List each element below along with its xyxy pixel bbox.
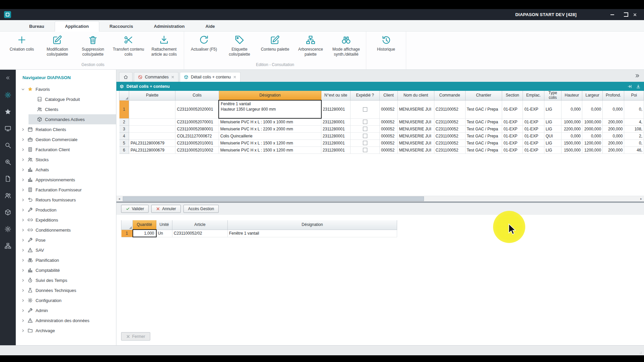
chevron-right-icon[interactable]	[21, 238, 25, 242]
cell-palette[interactable]	[129, 125, 175, 132]
document-strip-button[interactable]	[0, 170, 16, 187]
cell-nevt[interactable]: 2311280001	[321, 132, 351, 139]
cell-colis[interactable]: C231100052080001	[175, 125, 219, 132]
nav-item-achats[interactable]: Achats	[16, 165, 116, 175]
chevron-right-icon[interactable]	[21, 218, 25, 222]
cell-type_colis[interactable]: QUI	[544, 132, 561, 139]
cell-poids[interactable]: 108,	[624, 125, 644, 132]
column-header-num[interactable]	[121, 220, 133, 230]
column-header-type_colis[interactable]: Type colis	[544, 91, 561, 100]
ribbon-modification-colis-palette[interactable]: Modification colis/palette	[40, 34, 75, 57]
nav-item-donnees-techniques[interactable]: Données Techniques	[16, 285, 116, 295]
nav-item-facturation-client[interactable]: Facturation Client	[16, 144, 116, 155]
expedie-checkbox[interactable]	[363, 141, 367, 145]
nav-item-administration-des-donnees[interactable]: Administration des données	[16, 315, 116, 325]
expedie-checkbox[interactable]	[363, 120, 367, 124]
ribbon-arborescence-palette[interactable]: Arborescence palette	[293, 34, 328, 57]
star-strip-button[interactable]	[0, 103, 16, 120]
cell-chantier[interactable]: Test GAC / Prepa	[465, 146, 502, 154]
nav-item-commandes-actives[interactable]: Commandes Actives	[16, 114, 116, 124]
row-number-cell[interactable]: 1	[119, 100, 129, 118]
nav-item-configuration[interactable]: Configuration	[16, 295, 116, 305]
gear-strip-button[interactable]	[0, 221, 16, 237]
close-button[interactable]	[631, 11, 639, 18]
cell-chantier[interactable]: Test GAC / Prepa	[465, 100, 502, 118]
chevron-down-icon[interactable]	[21, 87, 25, 91]
column-header-designation[interactable]: Désignation	[219, 91, 321, 100]
cell-commande[interactable]: C231100052	[434, 146, 465, 154]
row-number-cell[interactable]: 4	[119, 132, 129, 139]
minimize-button[interactable]	[608, 11, 616, 18]
cell-type_colis[interactable]: LIG	[544, 100, 561, 118]
expedie-checkbox[interactable]	[363, 134, 367, 138]
cell-profond[interactable]: 0,000	[603, 100, 624, 118]
search-plus-strip-button[interactable]	[0, 154, 16, 170]
nav-item-relation-clients[interactable]: Relation Clients	[16, 124, 116, 134]
monitor-strip-button[interactable]	[0, 120, 16, 137]
cell-designation[interactable]: Menuiserie PVC H x L : 2200 x 2000 mm	[219, 125, 321, 132]
cell-commande[interactable]: C231100052	[434, 139, 465, 146]
chevron-right-icon[interactable]	[21, 329, 25, 333]
chevron-right-icon[interactable]	[21, 128, 25, 131]
users-strip-button[interactable]	[0, 187, 16, 204]
cell-poids[interactable]: 0,	[624, 100, 644, 118]
cell-colis[interactable]: COL231127000672	[175, 132, 219, 139]
expedie-checkbox[interactable]	[363, 107, 367, 112]
sitemap-strip-button[interactable]	[0, 237, 16, 254]
cell-type_colis[interactable]: LIG	[544, 118, 561, 125]
nav-item-favoris[interactable]: Favoris	[16, 84, 116, 94]
nav-item-clients[interactable]: Clients	[16, 104, 116, 114]
column-header-quantite[interactable]: Quantité	[133, 220, 156, 230]
chevron-right-icon[interactable]	[21, 299, 25, 302]
chevron-right-icon[interactable]	[21, 208, 25, 212]
export-icon[interactable]	[636, 84, 641, 89]
cell-section[interactable]: 01-EXP	[502, 146, 523, 154]
column-header-unite[interactable]: Unité	[156, 220, 172, 230]
column-header-nom_client[interactable]: Nom du client	[397, 91, 434, 100]
row-number-cell[interactable]: 3	[119, 125, 129, 132]
column-header-commande[interactable]: Commande	[434, 91, 465, 100]
cell-colis[interactable]: C231100052010001	[175, 139, 219, 146]
cell-nevt[interactable]: 2311280001	[321, 139, 351, 146]
cell-client[interactable]: 000052	[380, 118, 398, 125]
cell-colis[interactable]: C231100052070001	[175, 118, 219, 125]
ribbon-suppression-colis-palette[interactable]: Suppression colis/palette	[75, 34, 111, 57]
nav-item-suivi-des-temps[interactable]: Suivi des Temps	[16, 275, 116, 285]
ribbon-etiquette-colis-palette[interactable]: Etiquette colis/palette	[222, 34, 257, 57]
cell-emplac[interactable]: 01-EXP	[523, 139, 544, 146]
cell-section[interactable]: 01-EXP	[502, 100, 523, 118]
cell-nom_client[interactable]: MENUISERIE JUI	[397, 132, 434, 139]
cell-client[interactable]: 000052	[380, 132, 398, 139]
cell-largeur[interactable]: 0,000	[582, 100, 603, 118]
cell-chantier[interactable]: Test GAC / Prepa	[465, 118, 502, 125]
cell-hauteur[interactable]: 1500,000	[561, 146, 582, 154]
column-header-colis[interactable]: Colis	[175, 91, 219, 100]
nav-item-expeditions[interactable]: Expéditions	[16, 215, 116, 225]
chevron-right-icon[interactable]	[21, 168, 25, 172]
column-header-article[interactable]: Article	[172, 220, 228, 230]
acces-gestion-button[interactable]: Accès Gestion	[183, 205, 219, 213]
cell-palette[interactable]	[129, 100, 175, 118]
cell-largeur[interactable]: 2000,000	[582, 125, 603, 132]
ribbon-actualiser-f5[interactable]: Actualiser (F5)	[186, 34, 222, 52]
cell-emplac[interactable]: 01-EXP	[523, 118, 544, 125]
cell-emplac[interactable]: 01-EXP	[523, 132, 544, 139]
cell-emplac[interactable]: 01-EXP	[523, 125, 544, 132]
goto-last-icon[interactable]	[627, 84, 632, 89]
search-strip-button[interactable]	[0, 137, 16, 154]
valider-button[interactable]: Valider	[121, 205, 149, 213]
nav-item-pose[interactable]: Pose	[16, 235, 116, 245]
cell-designation[interactable]: Menuiserie PVC H x L : 1000 x 1000 mm	[219, 118, 321, 125]
menu-tab-aide[interactable]: Aide	[195, 21, 225, 32]
chevron-right-icon[interactable]	[21, 158, 25, 162]
row-number-cell[interactable]: 5	[119, 139, 129, 146]
ribbon-transfert-contenu-colis[interactable]: Transfert contenu colis	[111, 34, 146, 57]
column-header-emplac[interactable]: Emplac.	[523, 91, 544, 100]
chevron-right-icon[interactable]	[21, 228, 25, 232]
ribbon-historique[interactable]: Historique	[368, 34, 404, 52]
ribbon-mode-affichage-synth-detaille[interactable]: Mode affichage synth./détaillé	[328, 34, 364, 57]
cell-poids[interactable]: 46,	[624, 146, 644, 154]
nav-item-comptabilite[interactable]: Comptabilité	[16, 265, 116, 275]
chevron-right-icon[interactable]	[21, 258, 25, 262]
cell-nom_client[interactable]: MENUISERIE JUI	[397, 139, 434, 146]
